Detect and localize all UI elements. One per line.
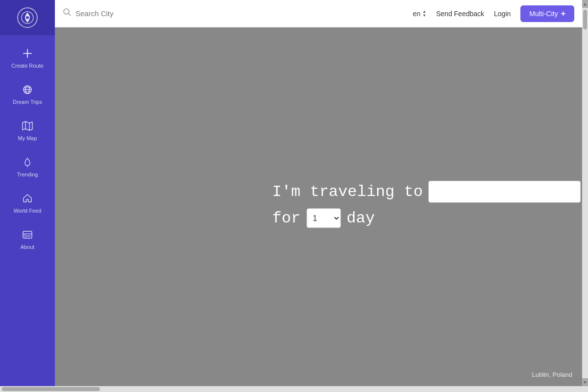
create-route-label: Create Route [11, 63, 43, 69]
svg-marker-9 [23, 122, 32, 130]
dream-trips-icon [22, 84, 33, 97]
my-map-icon [22, 121, 33, 133]
city-destination-input[interactable] [429, 181, 581, 202]
scrollbar-down-arrow[interactable]: ▼ [582, 378, 588, 386]
language-code: en [413, 10, 420, 18]
days-select[interactable]: 1 2 3 4 5 6 7 8 9 10 [306, 208, 341, 228]
topbar: en ▲▼ Send Feedback Login Multi-City + [55, 0, 582, 27]
sidebar-item-dream-trips[interactable]: Dream Trips [0, 76, 55, 113]
sidebar-item-create-route[interactable]: Create Route [0, 40, 55, 76]
my-map-label: My Map [18, 135, 37, 141]
svg-point-1 [26, 16, 29, 19]
travel-line-1: I'm traveling to [272, 181, 581, 202]
sidebar-item-world-feed[interactable]: World Feed [0, 185, 55, 221]
travel-day-text: day [346, 209, 375, 227]
travel-line-2: for 1 2 3 4 5 6 7 8 9 10 day [272, 208, 581, 228]
search-input[interactable] [75, 9, 407, 18]
sidebar-item-trending[interactable]: Trending [0, 149, 55, 185]
app-logo-icon [17, 7, 38, 28]
about-label: About [21, 244, 35, 250]
dream-trips-label: Dream Trips [13, 99, 42, 105]
trending-icon [22, 157, 33, 170]
send-feedback-link[interactable]: Send Feedback [436, 10, 484, 18]
language-selector[interactable]: en ▲▼ [413, 10, 426, 18]
travel-form: I'm traveling to for 1 2 3 4 5 6 7 8 9 [272, 181, 581, 228]
right-scrollbar[interactable]: ▲ ▼ [582, 0, 588, 386]
multi-city-label: Multi-City [529, 10, 558, 18]
create-route-icon [22, 48, 33, 61]
location-text: Lublin, Poland [532, 371, 572, 378]
svg-rect-13 [23, 231, 32, 238]
svg-line-19 [69, 14, 71, 16]
travel-prefix-text: I'm traveling to [272, 183, 423, 201]
topbar-right: en ▲▼ Send Feedback Login Multi-City + [413, 5, 574, 22]
svg-point-15 [24, 235, 27, 237]
about-icon [22, 229, 33, 242]
multi-city-button[interactable]: Multi-City + [520, 5, 574, 22]
main-content: en ▲▼ Send Feedback Login Multi-City + I… [55, 0, 582, 386]
scrollbar-thumb[interactable] [583, 10, 587, 29]
login-link[interactable]: Login [494, 10, 511, 18]
language-arrows-icon: ▲▼ [422, 10, 426, 18]
scrollbar-up-arrow[interactable]: ▲ [582, 0, 588, 8]
world-feed-icon [22, 193, 33, 206]
world-feed-label: World Feed [14, 208, 42, 214]
travel-for-text: for [272, 209, 301, 227]
sidebar-nav: Create Route Dream Trips [0, 35, 55, 386]
multi-city-plus-icon: + [561, 9, 565, 18]
sidebar-logo[interactable] [0, 0, 55, 35]
map-area: I'm traveling to for 1 2 3 4 5 6 7 8 9 [55, 27, 582, 386]
sidebar-item-about[interactable]: About [0, 221, 55, 258]
logo-svg [21, 11, 34, 24]
search-icon [63, 8, 72, 19]
bottom-scrollbar-thumb[interactable] [2, 387, 100, 391]
trending-label: Trending [17, 172, 38, 177]
sidebar-item-my-map[interactable]: My Map [0, 113, 55, 149]
bottom-scrollbar[interactable] [0, 386, 588, 392]
search-area [63, 8, 407, 19]
location-tag: Lublin, Poland [532, 371, 572, 378]
sidebar: Create Route Dream Trips [0, 0, 55, 386]
